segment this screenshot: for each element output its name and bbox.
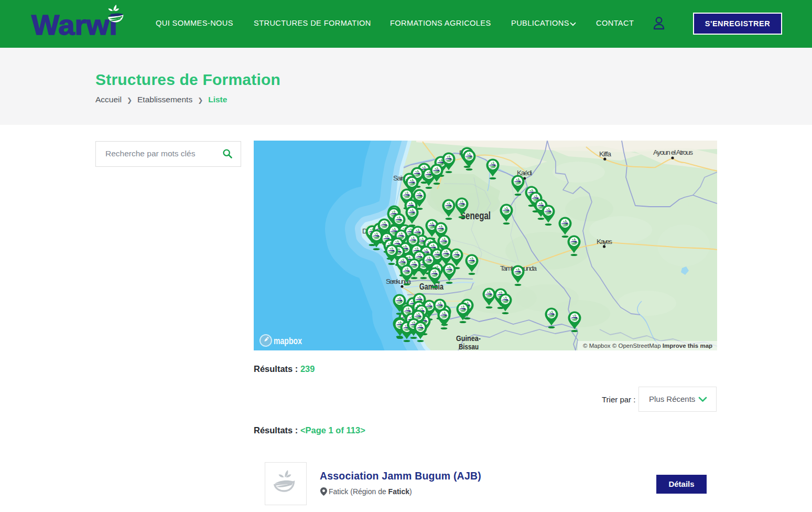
svg-text:Ayoun el Atrous: Ayoun el Atrous: [653, 148, 693, 156]
svg-text:Bissau: Bissau: [459, 342, 479, 350]
svg-text:Gambia: Gambia: [419, 282, 444, 291]
svg-text:mapbox: mapbox: [274, 335, 302, 346]
svg-text:Kayes: Kayes: [597, 238, 612, 246]
svg-text:Warwi: Warwi: [31, 9, 117, 40]
svg-text:Kiffa: Kiffa: [599, 150, 611, 158]
svg-text:Senegal: Senegal: [460, 210, 491, 221]
svg-text:© Mapbox © OpenStreetMap Impro: © Mapbox © OpenStreetMap Improve this ma…: [583, 343, 712, 349]
svg-text:Guinea-: Guinea-: [456, 334, 481, 343]
